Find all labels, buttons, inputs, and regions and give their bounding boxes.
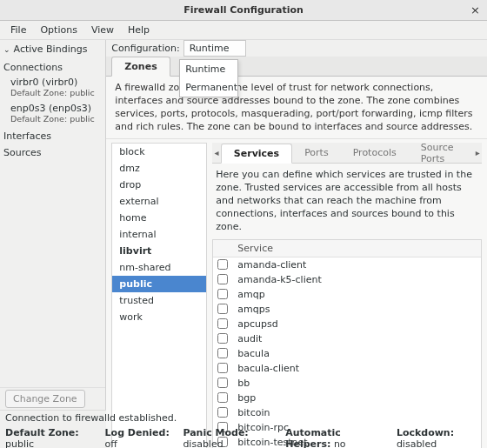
- zone-item-internal[interactable]: internal: [112, 226, 206, 243]
- service-row[interactable]: apcupsd: [213, 317, 481, 331]
- service-checkbox[interactable]: [217, 407, 228, 418]
- service-row[interactable]: bgp: [213, 391, 481, 405]
- service-row[interactable]: audit: [213, 331, 481, 346]
- configuration-select[interactable]: Runtime: [183, 40, 246, 57]
- zone-item-libvirt[interactable]: libvirt: [112, 243, 206, 259]
- service-checkbox[interactable]: [217, 289, 228, 299]
- zone-detail: ◂ Services Ports Protocols Source Ports …: [207, 139, 487, 448]
- sidebar-interfaces-label: Interfaces: [0, 127, 105, 144]
- service-name: amqps: [232, 303, 275, 316]
- sidebar-title: Active Bindings: [14, 43, 88, 55]
- nav-right-icon[interactable]: ▸: [474, 148, 483, 157]
- config-option-permanent[interactable]: Permanent: [180, 78, 237, 97]
- configuration-dropdown: Runtime Permanent: [179, 59, 238, 97]
- menu-help[interactable]: Help: [123, 23, 155, 37]
- service-column-header: Service: [232, 240, 278, 257]
- service-name: bitcoin: [232, 406, 275, 419]
- tab-zones[interactable]: Zones: [111, 57, 170, 77]
- zone-item-public[interactable]: public: [112, 276, 206, 292]
- service-row[interactable]: bitcoin: [213, 405, 481, 420]
- menu-file[interactable]: File: [5, 23, 31, 37]
- title-bar: Firewall Configuration ×: [0, 0, 487, 21]
- service-checkbox[interactable]: [217, 333, 228, 344]
- service-checkbox[interactable]: [217, 348, 228, 358]
- zone-subtabs: ◂ Services Ports Protocols Source Ports …: [212, 143, 482, 164]
- status-summary: Default Zone: public Log Denied: off Pan…: [0, 425, 487, 441]
- service-row[interactable]: bb: [213, 376, 481, 391]
- service-row[interactable]: amqps: [213, 302, 481, 317]
- nav-left-icon[interactable]: ◂: [212, 148, 221, 157]
- service-name: apcupsd: [232, 318, 283, 331]
- service-checkbox[interactable]: [217, 392, 228, 403]
- window-title: Firewall Configuration: [183, 4, 304, 16]
- service-list[interactable]: Service amanda-clientamanda-k5-clientamq…: [212, 239, 482, 448]
- menu-bar: File Options View Help: [0, 21, 487, 40]
- service-row[interactable]: amqp: [213, 287, 481, 302]
- sidebar-conn-enp0s3-zone: Default Zone: public: [0, 114, 105, 127]
- service-name: amanda-k5-client: [232, 273, 326, 286]
- subtab-protocols[interactable]: Protocols: [341, 144, 409, 162]
- service-name: bgp: [232, 391, 261, 405]
- configuration-label: Configuration:: [111, 43, 179, 54]
- sidebar-expander[interactable]: ⌄ Active Bindings: [0, 40, 105, 58]
- sidebar-active-bindings: ⌄ Active Bindings Connections virbr0 (vi…: [0, 40, 106, 410]
- configuration-row: Configuration: Runtime Runtime Permanent: [106, 40, 487, 57]
- chevron-down-icon: ⌄: [3, 45, 10, 54]
- zone-item-external[interactable]: external: [112, 193, 206, 210]
- sidebar-sources-label: Sources: [0, 144, 105, 160]
- services-description: Here you can define which services are t…: [212, 164, 482, 238]
- menu-options[interactable]: Options: [35, 23, 82, 37]
- service-name: bacula-client: [232, 362, 304, 375]
- zone-item-dmz[interactable]: dmz: [112, 160, 206, 177]
- zone-item-trusted[interactable]: trusted: [112, 292, 206, 309]
- zone-item-block[interactable]: block: [112, 144, 206, 160]
- close-icon[interactable]: ×: [470, 3, 480, 17]
- service-checkbox[interactable]: [217, 259, 228, 270]
- service-name: amqp: [232, 288, 270, 301]
- service-row[interactable]: amanda-client: [213, 257, 481, 272]
- service-row[interactable]: bacula-client: [213, 361, 481, 376]
- service-name: amanda-client: [232, 258, 311, 271]
- sidebar-conn-virbr0[interactable]: virbr0 (virbr0): [0, 75, 105, 88]
- subtab-services[interactable]: Services: [221, 144, 292, 164]
- sidebar-conn-enp0s3[interactable]: enp0s3 (enp0s3): [0, 101, 105, 114]
- zone-item-nm-shared[interactable]: nm-shared: [112, 259, 206, 276]
- change-zone-button[interactable]: Change Zone: [5, 390, 85, 408]
- service-row[interactable]: bacula: [213, 346, 481, 361]
- zone-item-home[interactable]: home: [112, 210, 206, 226]
- menu-view[interactable]: View: [86, 23, 119, 37]
- config-option-runtime[interactable]: Runtime: [180, 60, 237, 78]
- zone-item-drop[interactable]: drop: [112, 177, 206, 193]
- subtab-ports[interactable]: Ports: [292, 144, 341, 162]
- service-row[interactable]: amanda-k5-client: [213, 272, 481, 287]
- service-checkbox[interactable]: [217, 274, 228, 284]
- zone-item-work[interactable]: work: [112, 309, 206, 325]
- service-name: bb: [232, 377, 255, 390]
- service-checkbox[interactable]: [217, 318, 228, 329]
- sidebar-connections-label: Connections: [0, 58, 105, 75]
- zone-description: A firewalld zone defines the level of tr…: [106, 77, 487, 138]
- service-checkbox[interactable]: [217, 363, 228, 373]
- service-name: audit: [232, 332, 267, 345]
- zone-list[interactable]: blockdmzdropexternalhomeinternallibvirtn…: [111, 143, 207, 448]
- main-tabs: Zones ts: [106, 57, 487, 77]
- service-name: bacula: [232, 347, 275, 360]
- sidebar-conn-virbr0-zone: Default Zone: public: [0, 88, 105, 101]
- service-checkbox[interactable]: [217, 304, 228, 314]
- service-checkbox[interactable]: [217, 378, 228, 388]
